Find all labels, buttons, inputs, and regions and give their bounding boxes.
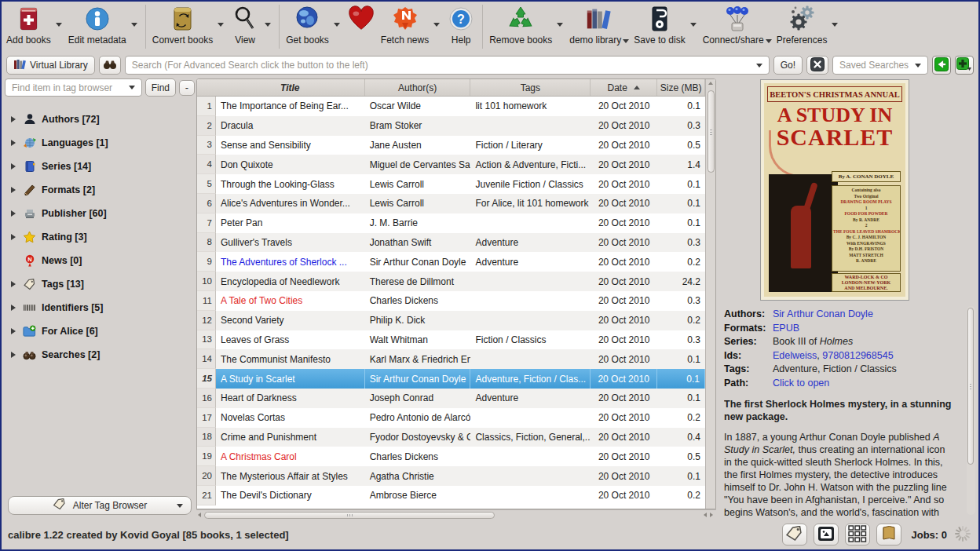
cell-size[interactable]: 0.1	[657, 194, 705, 213]
field-link[interactable]: EPUB	[773, 323, 799, 334]
details-scrollbar[interactable]	[967, 306, 975, 515]
expander-arrow-icon[interactable]	[9, 116, 17, 122]
cell-authors[interactable]: Karl Marx & Friedrich Eng...	[365, 349, 471, 369]
cover-browser-toggle-button[interactable]	[814, 524, 839, 546]
toolbar-button-donate[interactable]	[345, 3, 378, 35]
cell-title[interactable]: Dracula	[216, 116, 365, 136]
cell-title[interactable]: Leaves of Grass	[216, 330, 365, 350]
table-row[interactable]: 21The Devil's DictionaryAmbrose Bierce20…	[197, 486, 705, 505]
expander-arrow-icon[interactable]	[9, 187, 17, 193]
cell-authors[interactable]: Therese de Dillmont	[365, 272, 471, 291]
table-row[interactable]: 3Sense and SensibilityJane AustenFiction…	[197, 136, 705, 155]
dropdown-arrow-icon[interactable]	[265, 23, 271, 27]
field-link[interactable]: Click to open	[773, 378, 829, 389]
dropdown-arrow-icon[interactable]	[218, 23, 224, 27]
cell-date[interactable]: 20 Oct 2010	[591, 213, 657, 233]
cell-title[interactable]: Sense and Sensibility	[216, 136, 365, 155]
cell-authors[interactable]: Miguel de Cervantes Saa...	[365, 155, 471, 174]
cell-date[interactable]: 20 Oct 2010	[591, 116, 657, 136]
clear-search-button[interactable]	[806, 56, 828, 75]
search-input[interactable]: Search (For Advanced Search click the bu…	[125, 56, 770, 75]
sidebar-item-formats[interactable]: Formats [2]	[9, 178, 195, 202]
expander-arrow-icon[interactable]	[9, 305, 17, 311]
cell-title[interactable]: Second Variety	[216, 311, 365, 330]
row-number[interactable]: 12	[197, 311, 216, 330]
sidebar-item-searches[interactable]: Searches [2]	[9, 343, 195, 367]
cell-tags[interactable]	[470, 466, 591, 486]
cell-date[interactable]: 20 Oct 2010	[591, 233, 657, 253]
cell-title[interactable]: A Tale of Two Cities	[216, 291, 365, 311]
row-number[interactable]: 4	[197, 155, 216, 174]
cell-authors[interactable]: Lewis Carroll	[365, 194, 471, 213]
cell-title[interactable]: Through the Looking-Glass	[216, 174, 365, 194]
sidebar-item-languages[interactable]: Languages [1]	[9, 131, 195, 155]
cell-size[interactable]: 0.1	[657, 369, 705, 389]
row-number[interactable]: 9	[197, 252, 216, 272]
column-header-authors[interactable]: Author(s)	[365, 79, 471, 96]
cell-size[interactable]: 0.1	[657, 174, 705, 194]
cell-size[interactable]: 0.5	[657, 136, 705, 155]
dropdown-arrow-icon[interactable]	[433, 23, 440, 27]
cell-size[interactable]: 0.2	[657, 408, 705, 428]
toolbar-button-save-to-disk[interactable]: Save to disk	[632, 3, 686, 46]
cell-tags[interactable]: Adventure	[470, 252, 591, 272]
cell-tags[interactable]: Classics, Fiction, General,...	[470, 428, 591, 447]
cell-tags[interactable]	[470, 408, 591, 428]
cell-authors[interactable]: Bram Stoker	[365, 116, 471, 136]
cell-size[interactable]: 0.5	[657, 447, 705, 466]
dropdown-arrow-icon[interactable]	[690, 23, 697, 27]
row-number[interactable]: 15	[197, 369, 216, 389]
table-row[interactable]: 13Leaves of GrassWalt WhitmanFiction / C…	[197, 330, 705, 350]
cell-date[interactable]: 20 Oct 2010	[591, 466, 657, 486]
row-number[interactable]: 11	[197, 291, 216, 311]
book-list-horizontal-scrollbar[interactable]	[196, 509, 716, 520]
cell-title[interactable]: Gulliver's Travels	[216, 233, 365, 253]
toolbar-button-help[interactable]: ?Help	[444, 3, 477, 46]
sidebar-item-tags[interactable]: Tags [13]	[9, 272, 195, 296]
table-row[interactable]: 12Second VarietyPhilip K. Dick20 Oct 201…	[197, 311, 705, 330]
cell-tags[interactable]	[470, 291, 591, 311]
cell-date[interactable]: 20 Oct 2010	[591, 330, 657, 350]
expander-arrow-icon[interactable]	[9, 163, 17, 170]
cell-tags[interactable]: Adventure	[470, 389, 591, 408]
cell-title[interactable]: Don Quixote	[216, 155, 365, 174]
cell-authors[interactable]: Lewis Carroll	[365, 174, 471, 194]
field-link[interactable]: Edelweiss	[773, 350, 817, 361]
table-row[interactable]: 2DraculaBram Stoker20 Oct 20100.3	[197, 116, 705, 136]
table-row[interactable]: 7Peter PanJ. M. Barrie20 Oct 20100.1	[197, 213, 705, 233]
cell-authors[interactable]: Sir Arthur Conan Doyle	[365, 252, 471, 272]
cell-title[interactable]: Alice's Adventures in Wonder...	[216, 194, 365, 213]
cell-tags[interactable]: Adventure	[470, 233, 591, 253]
alter-tag-browser-button[interactable]: Alter Tag Browser	[8, 496, 192, 515]
table-row[interactable]: 15A Study in ScarletSir Arthur Conan Doy…	[197, 369, 705, 389]
dropdown-arrow-icon[interactable]	[334, 23, 340, 27]
cell-size[interactable]: 0.3	[657, 291, 705, 311]
row-number[interactable]: 14	[197, 349, 216, 369]
cell-tags[interactable]	[470, 349, 591, 369]
cell-authors[interactable]: Charles Dickens	[365, 291, 471, 311]
row-number[interactable]: 16	[197, 389, 216, 408]
table-row[interactable]: 8Gulliver's TravelsJonathan SwiftAdventu…	[197, 233, 705, 253]
collapse-all-button[interactable]: -	[179, 80, 195, 96]
row-number[interactable]: 17	[197, 408, 216, 428]
cell-tags[interactable]: lit 101 homework	[470, 97, 591, 116]
table-row[interactable]: 19A Christmas CarolCharles Dickens20 Oct…	[197, 447, 705, 466]
toolbar-button-add-books[interactable]: Add books	[5, 3, 53, 46]
expander-arrow-icon[interactable]	[9, 281, 17, 287]
advanced-search-button[interactable]	[99, 56, 121, 75]
cell-size[interactable]: 0.1	[657, 466, 705, 486]
cell-authors[interactable]: Sir Arthur Conan Doyle	[365, 369, 471, 389]
column-header-date[interactable]: Date	[591, 79, 657, 96]
cell-title[interactable]: A Christmas Carol	[216, 447, 365, 466]
cell-tags[interactable]: Juvenile Fiction / Classics	[470, 174, 591, 194]
toolbar-button-convert-books[interactable]: Convert books	[151, 3, 214, 46]
table-row[interactable]: 20The Mysterious Affair at StylesAgatha …	[197, 466, 705, 486]
row-number[interactable]: 6	[197, 194, 216, 213]
virtual-library-button[interactable]: Virtual Library	[6, 56, 95, 75]
cell-size[interactable]: 0.2	[657, 311, 705, 330]
toolbar-button-fetch-news[interactable]: Fetch news	[379, 3, 430, 46]
cell-date[interactable]: 20 Oct 2010	[591, 408, 657, 428]
cell-date[interactable]: 20 Oct 2010	[591, 97, 657, 116]
sidebar-item-publisher[interactable]: Publisher [60]	[9, 202, 195, 225]
cell-date[interactable]: 20 Oct 2010	[591, 369, 657, 389]
